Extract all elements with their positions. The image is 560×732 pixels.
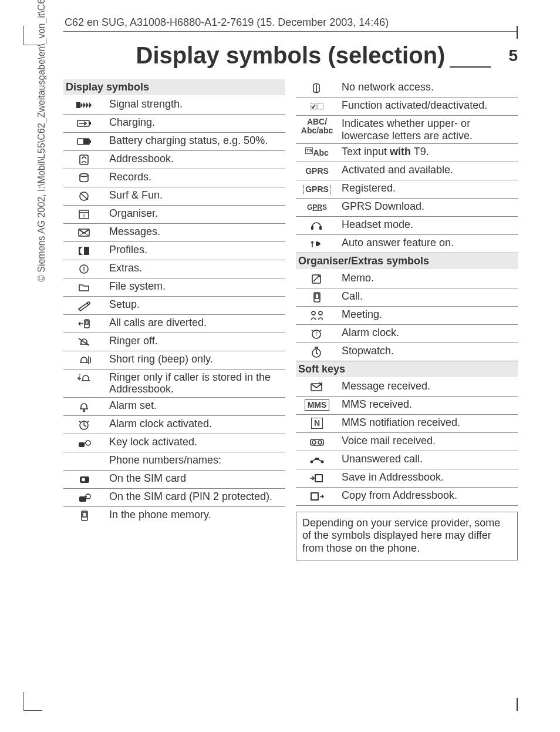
symbol-description: Profiles. bbox=[106, 244, 285, 256]
title-row: Display symbols (selection) 5 bbox=[63, 42, 518, 69]
meeting-icon bbox=[296, 308, 338, 323]
svg-rect-56 bbox=[316, 475, 322, 481]
symbol-description: Save in Addressbook. bbox=[338, 471, 518, 483]
section-heading: Organiser/Extras symbols bbox=[296, 253, 518, 269]
symbol-description: Activated and available. bbox=[338, 164, 518, 176]
svg-point-24 bbox=[83, 410, 85, 412]
filesystem-icon bbox=[63, 280, 106, 294]
symbol-description: Stopwatch. bbox=[338, 345, 518, 357]
phone-mem-icon bbox=[63, 509, 106, 523]
no-network-icon bbox=[296, 81, 338, 95]
svg-point-17 bbox=[87, 302, 90, 304]
crop-mark bbox=[23, 692, 24, 711]
table-row: Addressbook. bbox=[63, 151, 285, 169]
symbol-description: Call. bbox=[338, 290, 518, 303]
symbol-description: Voice mail received. bbox=[338, 435, 518, 447]
svg-point-23 bbox=[79, 374, 80, 375]
table-row: Unanswered call. bbox=[296, 451, 518, 469]
note-box: Depending on your service provider, some… bbox=[296, 512, 518, 560]
symbol-description: Memo. bbox=[338, 272, 518, 284]
table-row: Voice mail received. bbox=[296, 433, 518, 451]
table-row: !Extras. bbox=[63, 260, 285, 278]
crop-mark bbox=[517, 698, 518, 711]
signal-icon bbox=[63, 98, 106, 112]
charging-icon bbox=[63, 116, 106, 130]
memo-icon bbox=[296, 272, 338, 286]
svg-text:!: ! bbox=[316, 331, 318, 337]
symbol-description: Addressbook. bbox=[106, 153, 285, 165]
symbol-description: Charging. bbox=[106, 116, 285, 129]
surf-icon bbox=[63, 189, 106, 203]
t9-icon: T9Abc bbox=[296, 146, 338, 160]
svg-point-52 bbox=[318, 441, 322, 444]
table-row: Short ring (beep) only. bbox=[63, 351, 285, 370]
symbol-description: Unanswered call. bbox=[338, 453, 518, 465]
svg-point-27 bbox=[86, 441, 90, 445]
table-row: GPRSGPRS Download. bbox=[296, 199, 518, 217]
table-row: File system. bbox=[63, 278, 285, 297]
ringer-off-icon bbox=[63, 335, 106, 349]
gprs-reg-icon: GPRS bbox=[296, 182, 338, 196]
svg-rect-35 bbox=[83, 512, 86, 517]
extras-icon: ! bbox=[63, 262, 106, 276]
table-row: Function activated/deactivated. bbox=[296, 98, 518, 116]
gprs-dl-icon: GPRS bbox=[296, 200, 338, 214]
symbol-description: Meeting. bbox=[338, 308, 518, 321]
symbol-description: Headset mode. bbox=[338, 219, 518, 231]
blank-icon bbox=[63, 454, 106, 468]
table-row: Memo. bbox=[296, 270, 518, 288]
left-column: Display symbolsSignal strength.Charging.… bbox=[63, 79, 285, 560]
symbol-description: Message received. bbox=[338, 380, 518, 392]
table-row: Message received. bbox=[296, 378, 518, 397]
beep-icon bbox=[63, 353, 106, 367]
symbol-description: Key lock activated. bbox=[106, 436, 285, 448]
alarm-set-icon bbox=[63, 399, 106, 414]
svg-point-7 bbox=[80, 173, 88, 176]
table-row: Phone numbers/names: bbox=[63, 452, 285, 471]
svg-rect-26 bbox=[79, 442, 85, 447]
table-row: Battery charging status, e.g. 50%. bbox=[63, 133, 285, 151]
table-row: In the phone memory. bbox=[63, 507, 285, 525]
sim-pin2-icon bbox=[63, 491, 106, 505]
svg-rect-38 bbox=[311, 226, 313, 230]
table-row: GPRSRegistered. bbox=[296, 180, 518, 199]
table-row: Surf & Fun. bbox=[63, 187, 285, 206]
voicemail-icon bbox=[296, 435, 338, 449]
save-ab-icon bbox=[296, 471, 338, 485]
symbol-description: Alarm clock. bbox=[338, 327, 518, 339]
stopwatch-icon bbox=[296, 345, 338, 359]
table-row: T9AbcText input with T9. bbox=[296, 144, 518, 162]
section-heading: Display symbols bbox=[63, 79, 285, 95]
svg-rect-2 bbox=[89, 122, 91, 125]
symbol-description: Indicates whether upper- or lowercase le… bbox=[338, 117, 518, 142]
crop-mark bbox=[23, 710, 42, 711]
table-row: Ringer only if caller is stored in the A… bbox=[63, 370, 285, 398]
symbol-description: Alarm set. bbox=[106, 399, 285, 412]
table-row: Auto answer feature on. bbox=[296, 235, 518, 253]
table-row: GPRSActivated and available. bbox=[296, 162, 518, 180]
symbol-description: Setup. bbox=[106, 298, 285, 311]
symbol-description: MMS received. bbox=[338, 398, 518, 411]
func-toggle-icon bbox=[296, 99, 338, 113]
table-row: Signal strength. bbox=[63, 96, 285, 115]
table-row: Profiles. bbox=[63, 242, 285, 260]
keylock-icon bbox=[63, 436, 106, 450]
svg-rect-0 bbox=[76, 102, 80, 108]
svg-rect-58 bbox=[312, 493, 318, 499]
alarm-clock-icon bbox=[63, 418, 106, 432]
msg-recv-icon bbox=[296, 380, 338, 394]
alarm-clock2-icon: ! bbox=[296, 327, 338, 341]
ABC/
Abc/abc-icon: ABC/Abc/abc bbox=[296, 117, 338, 135]
svg-point-30 bbox=[82, 478, 85, 482]
svg-rect-4 bbox=[89, 140, 91, 143]
table-row: Records. bbox=[63, 169, 285, 187]
table-row: Ringer off. bbox=[63, 333, 285, 351]
battery-icon bbox=[63, 135, 106, 149]
symbol-description: File system. bbox=[106, 280, 285, 293]
svg-point-44 bbox=[319, 311, 322, 315]
symbol-description: Short ring (beep) only. bbox=[106, 353, 285, 365]
page-number-rule bbox=[450, 66, 491, 68]
symbol-description: On the SIM card (PIN 2 protected). bbox=[106, 491, 285, 503]
table-row: Messages. bbox=[63, 224, 285, 242]
sim-icon bbox=[63, 472, 106, 486]
